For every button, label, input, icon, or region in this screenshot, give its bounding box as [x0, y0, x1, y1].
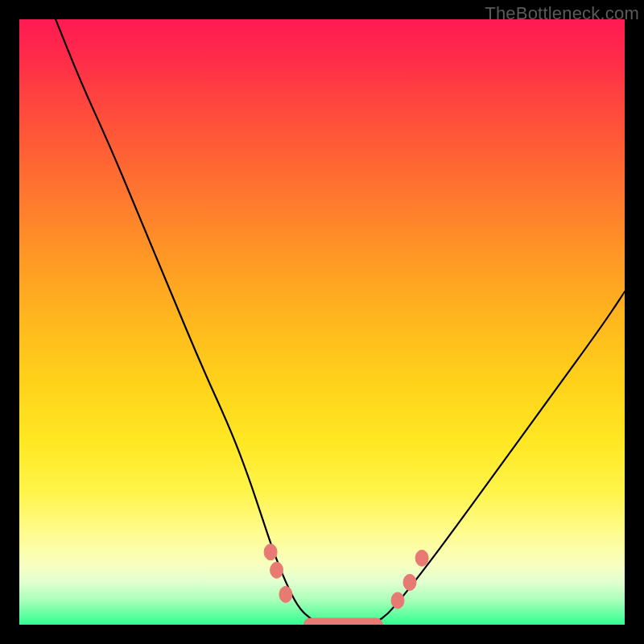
watermark-label: TheBottleneck.com — [485, 3, 639, 24]
chart-plot-area — [19, 19, 625, 625]
